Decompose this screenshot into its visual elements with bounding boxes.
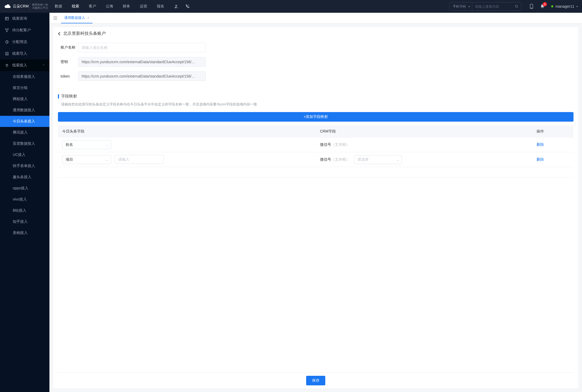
label-secret: 密钥 — [61, 59, 78, 64]
nav-ops[interactable]: 运营 — [140, 4, 147, 9]
table-row: 姓名 微信号（文本框） 删除 — [58, 138, 573, 152]
nav-signup[interactable]: 报名 — [157, 4, 164, 9]
phone-icon[interactable] — [185, 4, 190, 9]
logo-sub1: 教育机构一站 — [32, 3, 48, 6]
label-account: 账户名称 — [61, 45, 78, 50]
search-type-select[interactable]: 手机号码 — [450, 2, 472, 10]
sidebar-item-pending[interactable]: 待分配客户 — [0, 24, 49, 36]
sidebar-sub-generic[interactable]: 通用数据接入 — [0, 105, 49, 116]
sidebar-sub-qutoutiao[interactable]: 趣头条接入 — [0, 172, 49, 183]
tab-generic-data[interactable]: 通用数据接入 × — [61, 13, 92, 23]
top-nav: 数据 线索 客户 公海 财务 运营 报名 — [55, 4, 164, 9]
select-tt-field-0[interactable]: 姓名 — [62, 140, 111, 149]
nav-finance[interactable]: 财务 — [123, 4, 130, 9]
collapse-icon[interactable] — [49, 16, 61, 20]
section-bar-icon — [58, 94, 59, 99]
col-crm-field: CRM字段 — [316, 125, 532, 138]
nav-customer[interactable]: 客户 — [89, 4, 96, 9]
svg-rect-5 — [5, 17, 9, 20]
sidebar-sub-zhihu[interactable]: 知乎接入 — [0, 216, 49, 227]
status-dot-icon — [551, 5, 553, 7]
delete-row-0[interactable]: 删除 — [537, 142, 544, 147]
sidebar-sub-school[interactable]: 网校接入 — [0, 93, 49, 105]
search-input[interactable] — [472, 5, 512, 8]
sidebar-sub-tencent[interactable]: 腾讯接入 — [0, 127, 49, 138]
sidebar-sub-oppo[interactable]: oppo接入 — [0, 183, 49, 194]
search-button[interactable] — [512, 5, 521, 8]
sidebar-sub-message-group[interactable]: 留言分组 — [0, 82, 49, 93]
crm-hint-1: （文本框） — [331, 157, 350, 161]
nav-data[interactable]: 数据 — [55, 4, 62, 9]
section-title: 字段映射 — [61, 94, 77, 99]
input-tt-custom-1[interactable] — [115, 155, 164, 164]
save-button[interactable]: 保存 — [306, 376, 325, 385]
sidebar-item-distribution[interactable]: 分配情况 — [0, 36, 49, 48]
sidebar-sub-vivo[interactable]: vivo接入 — [0, 194, 49, 205]
logo-sub2: 式服务云平台 — [32, 6, 48, 10]
page-title: 北京昱新科技头条账户 — [63, 31, 106, 36]
sidebar-item-integration[interactable]: 线索接入 ⌃ — [0, 59, 49, 71]
select-tt-field-1[interactable]: 项目 — [62, 155, 111, 164]
sidebar-sub-baidu[interactable]: 百度数据接入 — [0, 138, 49, 149]
tabs-bar: 通用数据接入 × — [49, 13, 582, 23]
select-crm-field-1[interactable]: 请选择 — [354, 155, 402, 164]
crm-field-0: 微信号 — [320, 142, 331, 147]
svg-point-4 — [531, 8, 532, 8]
main-area: 通用数据接入 × 北京昱新科技头条账户 账户名称 密钥 token — [49, 13, 582, 392]
sidebar-item-clue-query[interactable]: 线索查询 — [0, 13, 49, 24]
sidebar-sub-online-cs[interactable]: 在线客服接入 — [0, 71, 49, 82]
list-icon — [5, 17, 9, 20]
sidebar-sub-uc[interactable]: UC接入 — [0, 149, 49, 160]
sidebar-sub-meiyou[interactable]: 美柚接入 — [0, 227, 49, 238]
tab-label: 通用数据接入 — [64, 15, 85, 20]
crm-hint-0: （文本框） — [331, 142, 350, 147]
funnel-icon — [5, 28, 9, 32]
label-token: token — [61, 74, 78, 78]
mapping-table: 今日头条字段 CRM字段 操作 姓名 微信号（文本框） — [58, 125, 573, 178]
import-icon — [5, 52, 9, 56]
add-mapping-button[interactable]: +添加字段映射 — [58, 112, 573, 122]
section-desc: 请确保您在此填写的头条自定义字段名称与在今日头条平台中自定义的字段名称一致，并且… — [58, 102, 573, 107]
sidebar-submenu: 在线客服接入 留言分组 网校接入 通用数据接入 今日头条接入 腾讯接入 百度数据… — [0, 71, 49, 238]
mobile-icon[interactable] — [529, 4, 534, 9]
chevron-up-icon: ⌃ — [43, 64, 45, 67]
col-tt-field: 今日头条字段 — [58, 125, 316, 138]
input-token[interactable] — [78, 71, 206, 81]
col-action: 操作 — [532, 125, 573, 138]
table-row: 项目 微信号（文本框） 请选择 删除 — [58, 152, 573, 167]
svg-point-2 — [515, 5, 517, 7]
user-dropdown[interactable]: manager11 ▾ — [551, 4, 578, 8]
user-icon[interactable] — [174, 4, 179, 9]
nav-public[interactable]: 公海 — [106, 4, 113, 9]
nav-clues[interactable]: 线索 — [72, 4, 79, 9]
top-header: 云朵CRM 教育机构一站 式服务云平台 数据 线索 客户 公海 财务 运营 报名… — [0, 0, 582, 13]
sidebar-sub-kuaishou[interactable]: 快手表单接入 — [0, 160, 49, 172]
sidebar: 线索查询 待分配客户 分配情况 线索导入 线索接入 ⌃ 在线客服接入 留言分组 … — [0, 13, 49, 392]
crm-field-1: 微信号 — [320, 157, 331, 161]
search-box: 手机号码 — [449, 2, 521, 11]
sidebar-item-import[interactable]: 线索导入 — [0, 48, 49, 59]
input-account-name[interactable] — [78, 43, 206, 52]
logo-brand: 云朵CRM — [13, 4, 29, 9]
table-row-empty — [58, 167, 573, 178]
notification-badge: 5 — [543, 2, 547, 6]
input-secret[interactable] — [78, 57, 206, 67]
close-icon[interactable]: × — [87, 16, 89, 20]
logo: 云朵CRM 教育机构一站 式服务云平台 — [4, 3, 49, 10]
sidebar-sub-bilibili[interactable]: B站接入 — [0, 205, 49, 216]
cloud-icon — [4, 4, 11, 9]
back-arrow-icon[interactable] — [58, 32, 61, 36]
bell-icon[interactable]: 5 — [540, 4, 545, 9]
plug-icon — [5, 63, 9, 67]
footer-bar: 保存 — [58, 372, 573, 388]
username: manager11 — [555, 4, 574, 8]
content-panel: 北京昱新科技头条账户 账户名称 密钥 token 字段映射 请确保您在此填写的头… — [53, 27, 578, 388]
sidebar-sub-toutiao[interactable]: 今日头条接入 — [0, 116, 49, 127]
svg-point-0 — [175, 5, 177, 6]
delete-row-1[interactable]: 删除 — [537, 157, 544, 161]
pie-icon — [5, 40, 9, 44]
chevron-down-icon: ▾ — [576, 5, 578, 8]
